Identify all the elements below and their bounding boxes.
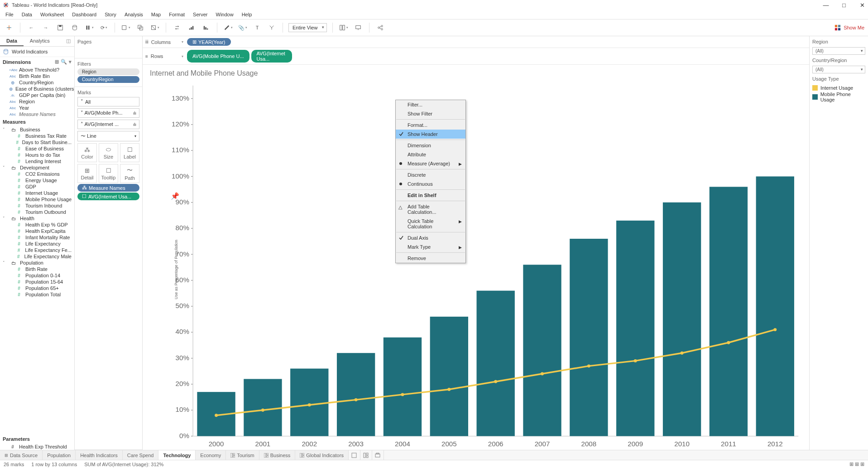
menu-data[interactable]: Data <box>18 11 36 18</box>
measure-field[interactable]: #Life Expectancy Male <box>0 253 74 260</box>
context-menu-item[interactable]: Edit in Shelf <box>396 191 465 200</box>
context-menu-item[interactable]: Continuous <box>396 179 465 188</box>
show-cards-button[interactable]: ▾ <box>338 22 349 33</box>
fix-axes-button[interactable] <box>266 22 277 33</box>
measure-field[interactable]: #Health Exp % GDP <box>0 222 74 228</box>
marks-all-dropdown[interactable]: ˅All <box>77 97 139 106</box>
new-story-button[interactable] <box>372 450 384 460</box>
new-dashboard-button[interactable] <box>360 450 372 460</box>
measure-folder[interactable]: ˅🗀Population <box>0 260 74 266</box>
data-tab[interactable]: Data <box>0 36 24 46</box>
menu-analysis[interactable]: Analysis <box>121 11 147 18</box>
measure-folder[interactable]: ˅🗀Health <box>0 215 74 222</box>
context-menu-item[interactable]: Discrete <box>396 170 465 179</box>
tableau-icon[interactable] <box>4 22 14 33</box>
dimension-field[interactable]: ⊕Country/Region <box>0 79 74 86</box>
share-button[interactable] <box>375 22 386 33</box>
menu-story[interactable]: Story <box>101 11 120 18</box>
menu-help[interactable]: Help <box>238 11 256 18</box>
show-labels-button[interactable]: T <box>252 22 263 33</box>
marks-label-button[interactable]: ☐Label <box>120 143 139 162</box>
measure-field[interactable]: #Tourism Inbound <box>0 203 74 209</box>
chart[interactable]: 0%10%20%30%40%50%60%70%80%90%100%110%120… <box>168 79 805 450</box>
pause-auto-updates-button[interactable]: ▾ <box>84 22 95 33</box>
measure-field[interactable]: #Ease of Business <box>0 145 74 152</box>
dimension-field[interactable]: ⊕Ease of Business (clusters) <box>0 86 74 92</box>
filter-country-select[interactable]: (All) <box>812 66 865 73</box>
context-menu-item[interactable]: Attribute <box>396 150 465 159</box>
measure-field[interactable]: #Energy Usage <box>0 177 74 183</box>
marks-pill-measure-names[interactable]: ⁂Measure Names <box>77 184 139 192</box>
measure-field[interactable]: #Mobile Phone Usage <box>0 196 74 203</box>
marks-detail-button[interactable]: ⊞Detail <box>77 164 97 183</box>
measure-field[interactable]: #Health Exp/Capita <box>0 228 74 234</box>
columns-pill-year[interactable]: ⊞YEAR(Year) <box>187 38 231 46</box>
context-menu-item[interactable]: Show Filter <box>396 109 465 118</box>
measure-field[interactable]: #Birth Rate <box>0 266 74 272</box>
context-menu-item[interactable]: Quick Table Calculation▶ <box>396 217 465 231</box>
measure-field[interactable]: #Internet Usage <box>0 190 74 196</box>
parameter-field[interactable]: #Health Exp Threshold <box>0 444 74 450</box>
measure-field[interactable]: #Tourism Outbound <box>0 209 74 215</box>
context-menu-item[interactable]: Dimension <box>396 141 465 150</box>
context-menu-item[interactable]: Format... <box>396 121 465 130</box>
measure-field[interactable]: #Business Tax Rate <box>0 133 74 139</box>
context-menu-item[interactable]: △Add Table Calculation... <box>396 202 465 217</box>
marks-tooltip-button[interactable]: ☐Tooltip <box>99 164 118 183</box>
marks-path-button[interactable]: 〜Path <box>120 164 139 183</box>
marks-size-button[interactable]: ⬭Size <box>99 143 118 162</box>
context-menu-item[interactable]: Measure (Average)▶ <box>396 159 465 168</box>
marks-color-button[interactable]: ⁂Color <box>77 143 97 162</box>
menu-server[interactable]: Server <box>189 11 211 18</box>
data-tab-expand-icon[interactable]: ◫ <box>62 36 74 46</box>
rows-pill-mobile[interactable]: AVG(Mobile Phone U... <box>187 50 249 63</box>
duplicate-button[interactable] <box>135 22 146 33</box>
columns-shelf-label[interactable]: iiiColumns▾ <box>145 39 183 45</box>
data-source-tab[interactable]: ⊞Data Source <box>0 450 43 460</box>
sheet-tab[interactable]: Technology <box>158 450 196 460</box>
datasource-item[interactable]: World Indicators <box>0 47 74 57</box>
menu-icon[interactable]: ▾ <box>69 59 72 65</box>
menu-dashboard[interactable]: Dashboard <box>68 11 100 18</box>
analytics-tab[interactable]: Analytics <box>24 36 56 46</box>
run-update-button[interactable]: ⟳▾ <box>98 22 109 33</box>
measure-field[interactable]: #Population 65+ <box>0 285 74 291</box>
viz-title[interactable]: Internet and Mobile Phone Usage <box>143 65 809 79</box>
context-menu-item[interactable]: Show Header <box>396 130 465 139</box>
new-datasource-button[interactable] <box>69 22 80 33</box>
marks-card1-dropdown[interactable]: ˅ AVG(Mobile Ph...ılı <box>77 108 139 118</box>
dimension-field[interactable]: AbcBirth Rate Bin <box>0 73 74 79</box>
legend-item[interactable]: Mobile Phone Usage <box>812 92 865 102</box>
sort-desc-button[interactable] <box>201 22 211 33</box>
new-worksheet-button[interactable]: ▾ <box>120 22 131 33</box>
sort-asc-button[interactable] <box>186 22 197 33</box>
rows-shelf-label[interactable]: ≡Rows▾ <box>145 53 183 59</box>
measure-field[interactable]: #Population 0-14 <box>0 272 74 279</box>
dimension-field[interactable]: =AbcAbove Threshold? <box>0 67 74 73</box>
context-menu-item[interactable]: Mark Type▶ <box>396 242 465 251</box>
maximize-button[interactable]: □ <box>841 2 847 9</box>
presentation-button[interactable] <box>353 22 364 33</box>
mark-type-dropdown[interactable]: 〜 Line▾ <box>77 131 139 141</box>
filter-pill-region[interactable]: Region <box>77 68 139 75</box>
sheet-tab[interactable]: Economy <box>196 450 226 460</box>
sheet-tab[interactable]: Population <box>43 450 76 460</box>
marks-card2-dropdown[interactable]: ˄ AVG(Internet ...ılı <box>77 120 139 129</box>
measure-field[interactable]: #Population Total <box>0 291 74 298</box>
minimize-button[interactable]: — <box>823 2 829 9</box>
menu-map[interactable]: Map <box>148 11 164 18</box>
sheet-tab[interactable]: Tourism <box>226 450 259 460</box>
undo-button[interactable]: ← <box>26 22 37 33</box>
dimension-field[interactable]: AbcMeasure Names <box>0 111 74 117</box>
filmstrip-view-icon[interactable]: ⊞ ⊞ ⊞ <box>849 461 864 467</box>
rows-pill-internet[interactable]: AVG(Internet Usa... <box>251 50 292 63</box>
new-sheet-button[interactable] <box>349 450 360 460</box>
clear-button[interactable]: ▾ <box>149 22 160 33</box>
context-menu-item[interactable]: Filter... <box>396 100 465 109</box>
save-button[interactable] <box>55 22 66 33</box>
sheet-tab[interactable]: Care Spend <box>123 450 159 460</box>
measure-field[interactable]: #Life Expectancy <box>0 241 74 247</box>
highlight-button[interactable]: ▾ <box>223 22 234 33</box>
menu-format[interactable]: Format <box>165 11 188 18</box>
marks-pill-avg-internet[interactable]: ☐AVG(Internet Usa... <box>77 193 139 200</box>
